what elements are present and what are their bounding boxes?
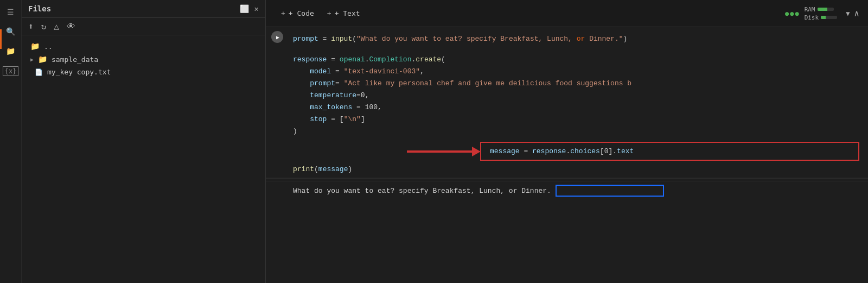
files-toolbar: ⬆ ↻ △ 👁: [22, 18, 265, 35]
sidebar-left-strip: ☰ 🔍 📁 {x}: [0, 0, 22, 283]
spacer: [266, 47, 868, 52]
run-button-1[interactable]: ▶: [271, 31, 283, 43]
add-code-button[interactable]: + + Code: [275, 6, 321, 21]
files-header: Files ⬜ ✕: [22, 0, 265, 17]
files-title: Files: [28, 4, 235, 13]
search-icon[interactable]: 🔍: [6, 27, 15, 36]
arrow-head-icon: [472, 147, 481, 156]
play-icon: ▶: [276, 34, 279, 40]
files-icon[interactable]: 📁: [6, 47, 15, 55]
active-indicator: [0, 29, 2, 49]
highlighted-code-line: message = response.choices[0].text: [490, 147, 850, 155]
plus-code-icon: +: [281, 9, 285, 17]
folder-icon: 📁: [38, 55, 47, 64]
code-line: model = "text-davinci-003",: [293, 66, 868, 78]
highlighted-row: message = response.choices[0].text: [266, 142, 868, 161]
code-line: stop = ["\n"]: [293, 114, 868, 125]
output-line: What do you want to eat? specify Breakfa…: [293, 185, 859, 197]
code-line: print(message): [293, 165, 868, 173]
ram-progress: [818, 8, 834, 11]
arrow-shaft: [407, 150, 472, 153]
parent-folder-icon: 📁: [30, 42, 40, 51]
code-line: prompt = input("What do you want to eat?…: [293, 34, 868, 45]
input-box[interactable]: [556, 185, 664, 197]
files-header-icons: ⬜ ✕: [240, 4, 259, 13]
disk-label: Disk: [805, 14, 819, 21]
sidebar: ☰ 🔍 📁 {x} Files ⬜ ✕ ⬆ ↻ △ 👁: [0, 0, 266, 283]
disk-fill: [821, 16, 826, 19]
ram-label: RAM: [805, 6, 815, 13]
code-line: max_tokens = 100,: [293, 102, 868, 114]
list-item[interactable]: 📄 my_key copy.txt: [22, 66, 265, 78]
text-label: + Text: [335, 9, 360, 17]
sidebar-body: ☰ 🔍 📁 {x} Files ⬜ ✕ ⬆ ↻ △ 👁: [0, 0, 265, 283]
main-content: + + Code + + Text ●●● RAM Disk: [266, 0, 868, 283]
code-line: prompt= "Act like my personal chef and g…: [293, 78, 868, 90]
notebook-cell-1: ▶ prompt = input("What do you want to ea…: [266, 27, 868, 47]
output-area: What do you want to eat? specify Breakfa…: [266, 181, 868, 200]
drive-icon[interactable]: △: [54, 21, 59, 32]
code-line: response = openai.Completion.create(: [293, 54, 868, 66]
ram-row: RAM: [805, 6, 838, 13]
code-block-1: prompt = input("What do you want to eat?…: [293, 34, 868, 45]
folder-arrow-icon: ▶: [30, 56, 34, 62]
ram-fill: [818, 8, 827, 11]
list-item[interactable]: 📁 ..: [22, 40, 265, 53]
output-divider: [266, 178, 868, 179]
file-name: ..: [44, 42, 53, 51]
file-name: my_key copy.txt: [47, 68, 111, 76]
plus-text-icon: +: [327, 9, 331, 17]
highlighted-cell: message = response.choices[0].text: [480, 142, 859, 161]
code-area: ▶ prompt = input("What do you want to ea…: [266, 27, 868, 283]
disk-row: Disk: [805, 14, 838, 21]
list-item[interactable]: ▶ 📁 sample_data: [22, 53, 265, 66]
code-line: ): [293, 125, 868, 137]
toolbar-right: ●●● RAM Disk ▼ ∧: [785, 6, 859, 21]
folder-name: sample_data: [52, 55, 98, 64]
folder-refresh-icon[interactable]: ↻: [41, 21, 47, 32]
top-toolbar: + + Code + + Text ●●● RAM Disk: [266, 0, 868, 27]
variables-icon[interactable]: {x}: [3, 66, 19, 76]
code-line: temperature=0,: [293, 90, 868, 102]
file-icon: 📄: [35, 68, 43, 76]
file-list: 📁 .. ▶ 📁 sample_data 📄 my_key copy.txt: [22, 35, 265, 283]
add-text-button[interactable]: + + Text: [321, 6, 367, 21]
arrow-container: [407, 147, 481, 156]
disk-progress: [821, 16, 837, 19]
code-label: + Code: [289, 9, 314, 17]
close-icon[interactable]: ✕: [254, 4, 259, 13]
collapse-icon[interactable]: ∧: [854, 8, 859, 18]
dropdown-chevron-icon[interactable]: ▼: [846, 10, 850, 17]
upload-icon[interactable]: ⬆: [28, 21, 34, 32]
print-line: print(message): [266, 163, 868, 175]
menu-icon[interactable]: ☰: [7, 8, 14, 16]
output-text: What do you want to eat? specify Breakfa…: [293, 187, 551, 195]
status-dots: ●●●: [785, 10, 800, 17]
code-block-2: response = openai.Completion.create( mod…: [266, 52, 868, 140]
ram-disk-widget: RAM Disk: [805, 6, 838, 21]
visibility-off-icon[interactable]: 👁: [67, 21, 75, 32]
sidebar-files-panel: Files ⬜ ✕ ⬆ ↻ △ 👁 📁 ..: [22, 0, 265, 283]
new-folder-icon[interactable]: ⬜: [240, 4, 249, 13]
